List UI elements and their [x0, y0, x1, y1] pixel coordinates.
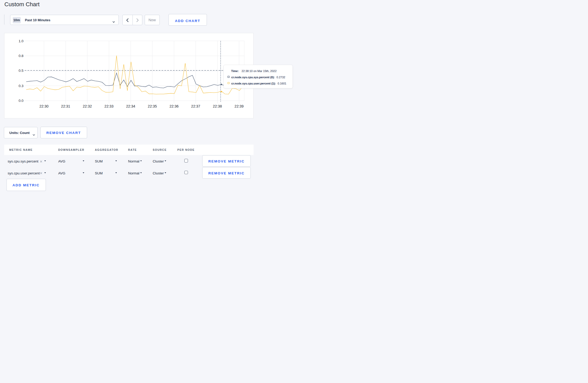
svg-text:22:31: 22:31 — [61, 104, 70, 108]
svg-text:0.8: 0.8 — [19, 54, 24, 58]
svg-text:0.0: 0.0 — [19, 99, 24, 103]
svg-text:22:34: 22:34 — [126, 104, 135, 108]
svg-text:22:30: 22:30 — [39, 104, 48, 108]
svg-text:22:36: 22:36 — [170, 104, 179, 108]
svg-text:1.0: 1.0 — [19, 39, 24, 43]
svg-text:0.5: 0.5 — [19, 69, 24, 73]
svg-text:22:37: 22:37 — [191, 104, 200, 108]
svg-text:22:32: 22:32 — [83, 104, 92, 108]
svg-text:0.3: 0.3 — [19, 84, 24, 88]
svg-text:22:35: 22:35 — [148, 104, 157, 108]
svg-text:22:38: 22:38 — [213, 104, 222, 108]
svg-text:22:39: 22:39 — [235, 104, 244, 108]
svg-text:22:33: 22:33 — [104, 104, 114, 108]
